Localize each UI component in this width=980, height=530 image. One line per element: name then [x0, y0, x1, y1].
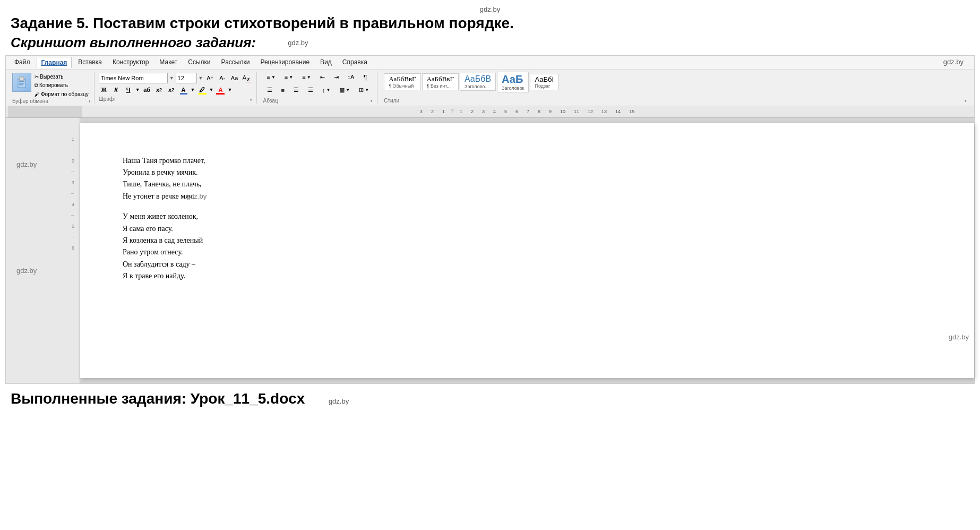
poem-line-1-2: Уронила в речку мячик. — [123, 167, 937, 178]
multilevel-list-button[interactable]: ≡▼ — [298, 72, 314, 82]
style-no-spacing[interactable]: АаБбВвГ ¶ Без инт... — [422, 73, 459, 90]
align-center-button[interactable]: ≡ — [278, 86, 288, 95]
underline-dropdown[interactable]: ▼ — [135, 87, 140, 92]
font-color-dropdown[interactable]: ▼ — [191, 87, 195, 92]
page-container: gdz.by gdz.by Наша Таня громко плачет, У… — [80, 118, 974, 383]
paragraph-group: ≡▼ ≡▼ ≡▼ ⇤ ⇥ ↕A ¶ — [259, 72, 378, 104]
font-size-input[interactable] — [176, 73, 197, 83]
menu-home[interactable]: Главная — [37, 57, 72, 68]
poem-line-1-1: Наша Таня громко плачет, — [123, 155, 937, 167]
ruler-tab-marker: ⊤ — [450, 109, 454, 114]
ruler-mark: 10 — [560, 109, 565, 114]
ruler-mark: 1 — [442, 109, 445, 114]
doc-watermark-center: gdz.by — [186, 192, 207, 200]
style-subtitle[interactable]: АаБбI Подзаг — [530, 74, 558, 90]
sort-icon: ↕A — [348, 74, 355, 80]
highlight-dropdown[interactable]: ▼ — [209, 87, 214, 92]
style-heading1[interactable]: АаБбВ Заголово... — [460, 73, 496, 91]
justify-button[interactable]: ☰ — [304, 85, 317, 95]
font-expand-icon[interactable]: ⬧ — [250, 97, 252, 102]
poem-content: Наша Таня громко плачет, Уронила в речку… — [123, 155, 937, 283]
clear-format-button[interactable]: A✗ — [242, 73, 252, 83]
poem-stanza-1: Наша Таня громко плачет, Уронила в речку… — [123, 155, 937, 203]
highlight-button[interactable]: 🖊 — [197, 84, 208, 95]
menu-constructor[interactable]: Конструктор — [108, 57, 153, 67]
ruler-left-margin — [8, 106, 82, 117]
italic-button[interactable]: К — [111, 84, 122, 95]
bold-button[interactable]: Ж — [99, 84, 109, 95]
style-nospace-label: ¶ Без инт... — [427, 83, 454, 89]
clipboard-group: ✂ Вырезать ⧉ Копировать 🖌 Формат по обра… — [9, 72, 94, 104]
menu-help[interactable]: Справка — [338, 57, 372, 67]
superscript-button[interactable]: x2 — [166, 84, 177, 95]
svg-rect-1 — [20, 77, 24, 80]
align-left-button[interactable]: ☰ — [263, 85, 276, 95]
ruler-mark: 6 — [515, 109, 518, 114]
menu-view[interactable]: Вид — [316, 57, 336, 67]
strikethrough-button[interactable]: аб — [142, 84, 152, 95]
doc-area: gdz.by gdz.by 1 2 3 4 5 6 gdz.by gd — [6, 118, 974, 383]
clipboard-expand-icon[interactable]: ⬧ — [88, 98, 91, 104]
font-name-input[interactable] — [99, 73, 168, 83]
font-group: ▼ ▼ A+ A- Аа A✗ Ж К Ч ▼ аб x2 x2 A — [97, 72, 257, 104]
poem-line-2-5: Он заблудится в саду – — [123, 259, 937, 270]
style-normal[interactable]: АаБбВвГ ¶ Обычный — [384, 73, 420, 90]
pilcrow-icon: ¶ — [363, 73, 367, 81]
ruler-mark: 3 — [420, 109, 423, 114]
shading-button[interactable]: ▩▼ — [336, 85, 354, 95]
subscript-button[interactable]: x2 — [154, 84, 165, 95]
ribbon-watermark: gdz.by — [943, 58, 964, 66]
underline-button[interactable]: Ч — [123, 84, 134, 95]
line-spacing-button[interactable]: ↕▼ — [319, 86, 334, 95]
multi-dropdown: ▼ — [307, 75, 311, 80]
menu-layout[interactable]: Макет — [155, 57, 182, 67]
cut-button[interactable]: ✂ Вырезать — [32, 73, 91, 81]
para-group-label: Абзац — [263, 98, 278, 104]
style-h2-preview: АаБ — [502, 73, 524, 86]
format-painter-button[interactable]: 🖌 Формат по образцу — [32, 90, 91, 98]
line-spacing-icon: ↕ — [322, 87, 325, 93]
numbered-list-button[interactable]: ≡▼ — [281, 72, 297, 82]
ruler-mark: 9 — [549, 109, 552, 114]
menu-mailings[interactable]: Рассылки — [217, 57, 254, 67]
align-right-button[interactable]: ☰ — [290, 85, 303, 95]
menu-review[interactable]: Рецензирование — [256, 57, 314, 67]
text-highlight-button[interactable]: A — [215, 84, 226, 95]
menu-file[interactable]: Файл — [10, 57, 35, 67]
text-color-button[interactable]: A — [178, 84, 189, 95]
bullet-list-icon: ≡ — [267, 74, 270, 80]
document-page[interactable]: Наша Таня громко плачет, Уронила в речку… — [80, 123, 974, 378]
ruler-mark: 3 — [482, 109, 485, 114]
ruler-marks: 3 2 1 ⊤ 1 2 3 4 5 6 7 8 9 10 11 12 13 14… — [82, 109, 972, 114]
pilcrow-button[interactable]: ¶ — [359, 72, 371, 83]
menu-links[interactable]: Ссылки — [184, 57, 214, 67]
top-watermark: gdz.by — [11, 5, 969, 13]
change-case-button[interactable]: Аа — [229, 73, 240, 83]
sort-button[interactable]: ↕A — [344, 72, 358, 82]
font-dropdown-icon[interactable]: ▼ — [169, 75, 174, 81]
text-red-indicator — [216, 93, 225, 95]
shading-dropdown: ▼ — [346, 88, 350, 92]
bullet-list-button[interactable]: ≡▼ — [263, 72, 279, 82]
vruler-num: 4 — [71, 194, 74, 215]
font-size-dropdown-icon[interactable]: ▼ — [199, 75, 203, 81]
font-grow-button[interactable]: A+ — [205, 73, 216, 83]
decrease-indent-button[interactable]: ⇤ — [316, 72, 329, 82]
copy-button[interactable]: ⧉ Копировать — [32, 81, 91, 90]
styles-expand-icon[interactable]: ⬧ — [964, 98, 967, 103]
para-expand-icon[interactable]: ⬧ — [370, 98, 373, 103]
menu-insert[interactable]: Вставка — [74, 57, 106, 67]
style-h2-label: Заголовок — [502, 86, 524, 91]
text-red-dropdown[interactable]: ▼ — [227, 87, 232, 92]
font-color-icon: A — [182, 87, 186, 93]
increase-indent-button[interactable]: ⇥ — [330, 72, 342, 82]
doc-watermark-1: gdz.by — [16, 160, 37, 168]
vruler-num: 6 — [71, 237, 74, 259]
style-heading2[interactable]: АаБ Заголовок — [497, 72, 529, 92]
word-window: gdz.by Файл Главная Вставка Конструктор … — [5, 55, 975, 384]
paste-button[interactable] — [12, 73, 31, 92]
borders-button[interactable]: ⊞▼ — [355, 85, 373, 95]
shading-icon: ▩ — [339, 87, 345, 93]
bottom-watermark: gdz.by — [329, 397, 349, 405]
font-shrink-button[interactable]: A- — [217, 73, 228, 83]
